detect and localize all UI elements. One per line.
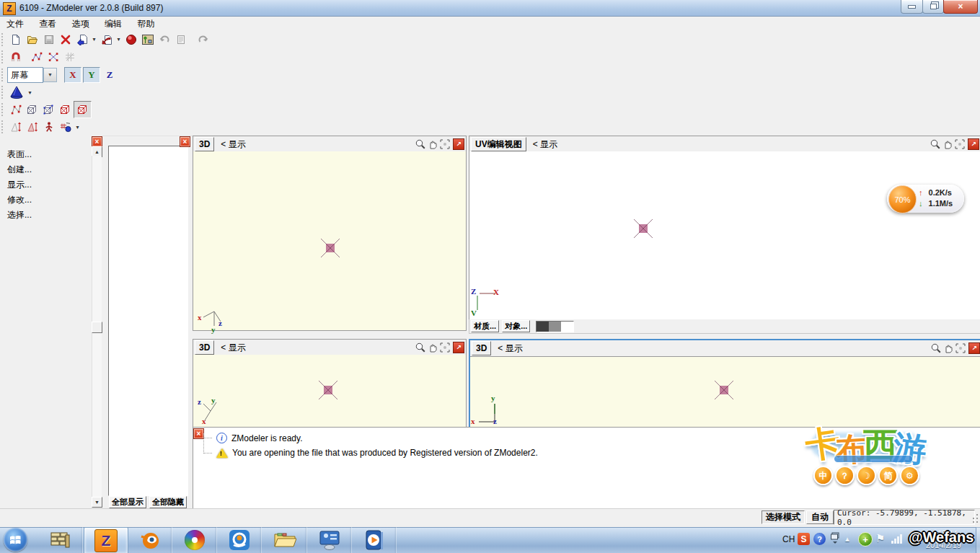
menu-options[interactable]: 选项 bbox=[66, 17, 96, 32]
new-file-button[interactable] bbox=[7, 32, 24, 48]
uv-object-marker[interactable] bbox=[632, 218, 654, 239]
render-button[interactable] bbox=[123, 32, 139, 48]
taskbar-item-control-panel[interactable] bbox=[308, 527, 352, 553]
tray-expand-button[interactable]: ▲ bbox=[844, 535, 851, 543]
taskbar-item-media-player[interactable] bbox=[353, 527, 397, 553]
import-dropdown[interactable]: ▾ bbox=[90, 32, 98, 48]
network-signal-icon[interactable] bbox=[891, 534, 904, 544]
snap-grid-button-disabled[interactable] bbox=[61, 49, 78, 65]
uv-zoom-icon[interactable] bbox=[930, 138, 941, 150]
vp1-mode-button[interactable]: 3D bbox=[195, 137, 214, 151]
antivirus-tray-icon[interactable]: + bbox=[858, 532, 873, 547]
history-button-disabled[interactable] bbox=[172, 32, 189, 48]
uv-mode-button[interactable]: UV编辑视图 bbox=[471, 137, 526, 151]
primitive-cone-button[interactable] bbox=[7, 84, 26, 100]
close-button[interactable]: × bbox=[943, 0, 978, 14]
vp3-zoom-icon[interactable] bbox=[415, 342, 426, 353]
modify-dropdown[interactable]: ▾ bbox=[74, 119, 81, 135]
tools-scroll-down[interactable]: ▼ bbox=[92, 497, 102, 508]
vp3-display-menu[interactable]: < 显示 bbox=[221, 342, 245, 354]
object-list[interactable] bbox=[108, 146, 188, 496]
open-file-button[interactable] bbox=[24, 32, 40, 48]
vp4-mode-button[interactable]: 3D bbox=[472, 341, 491, 355]
swatch-light[interactable] bbox=[561, 322, 573, 332]
vertices-level-button[interactable] bbox=[7, 102, 24, 118]
game-settings-button[interactable]: ⚙ bbox=[900, 466, 919, 485]
uv-material-button[interactable]: 材质... bbox=[471, 320, 499, 332]
texture-browser-button[interactable] bbox=[139, 32, 156, 48]
objects-level-button-active[interactable] bbox=[74, 101, 92, 118]
resize-grip[interactable] bbox=[972, 514, 979, 523]
export-button[interactable] bbox=[98, 32, 115, 48]
uv-object-button[interactable]: 对象... bbox=[502, 320, 530, 332]
uv-display-menu[interactable]: < 显示 bbox=[533, 138, 557, 151]
taskbar-item-zmodeler-active[interactable]: Z bbox=[84, 527, 128, 553]
vp1-object-marker[interactable] bbox=[319, 237, 341, 259]
menu-create[interactable]: 创建... bbox=[7, 162, 102, 177]
log-close-button[interactable]: × bbox=[193, 428, 204, 439]
menu-edit[interactable]: 编辑 bbox=[98, 17, 128, 32]
snap-edges-button[interactable] bbox=[45, 49, 61, 65]
help-tray-icon[interactable]: ? bbox=[813, 533, 826, 545]
game-night-button[interactable]: ☽ bbox=[857, 466, 876, 485]
magnet-snap-button[interactable] bbox=[7, 49, 24, 65]
sogou-tray-icon[interactable]: S bbox=[798, 533, 810, 545]
tray-language-indicator[interactable]: CH bbox=[782, 534, 795, 544]
vp3-object-marker[interactable] bbox=[317, 379, 339, 401]
faces-level-button[interactable] bbox=[40, 102, 57, 118]
restore-button[interactable] bbox=[922, 0, 944, 14]
delete-button[interactable] bbox=[57, 32, 74, 48]
vp3-maximize-button[interactable]: ↗ bbox=[453, 342, 464, 353]
menu-surface[interactable]: 表面... bbox=[7, 147, 102, 162]
vp4-pan-hand-icon[interactable] bbox=[943, 342, 954, 354]
vp3-pan-hand-icon[interactable] bbox=[427, 342, 438, 353]
tools-panel-close-button[interactable]: × bbox=[92, 136, 102, 147]
vp4-object-marker[interactable] bbox=[713, 379, 735, 401]
game-lang-button[interactable]: 中 bbox=[813, 466, 833, 485]
menu-help[interactable]: 帮助 bbox=[131, 17, 161, 32]
vp3-rotate-icon[interactable] bbox=[439, 342, 451, 353]
taskbar-item-explorer[interactable] bbox=[263, 527, 307, 553]
space-combo[interactable]: 屏幕 bbox=[7, 67, 43, 83]
tools-scroll-thumb[interactable] bbox=[92, 322, 102, 333]
vp4-rotate-icon[interactable] bbox=[955, 342, 966, 354]
axis-x-toggle[interactable]: X bbox=[64, 67, 81, 83]
vp4-display-menu[interactable]: < 显示 bbox=[498, 342, 522, 355]
vp1-display-menu[interactable]: < 显示 bbox=[221, 138, 245, 151]
menu-display[interactable]: 显示... bbox=[7, 177, 102, 193]
undo-button-disabled[interactable] bbox=[156, 32, 172, 48]
net-percent-ball[interactable]: 70% bbox=[888, 185, 917, 213]
show-all-button[interactable]: 全部显示 bbox=[109, 496, 146, 508]
vp1-pan-hand-icon[interactable] bbox=[427, 138, 438, 150]
edges-level-button[interactable] bbox=[24, 102, 40, 118]
snap-vertices-button[interactable] bbox=[28, 49, 45, 65]
game-help-button[interactable]: ？ bbox=[835, 466, 855, 485]
uv-rotate-icon[interactable] bbox=[954, 138, 966, 150]
bones-button[interactable] bbox=[40, 119, 57, 135]
space-combo-dropdown[interactable]: ▼ bbox=[43, 68, 57, 82]
vp1-rotate-icon[interactable] bbox=[439, 138, 451, 150]
show-desktop-button[interactable] bbox=[976, 527, 980, 553]
taskbar-item-pps[interactable] bbox=[218, 527, 262, 553]
hide-all-button[interactable]: 全部隐藏 bbox=[149, 496, 187, 508]
start-button[interactable] bbox=[4, 528, 27, 552]
redo-button-disabled[interactable] bbox=[195, 32, 211, 48]
vp4-zoom-icon[interactable] bbox=[930, 342, 942, 354]
export-dropdown[interactable]: ▾ bbox=[115, 32, 123, 48]
menu-view[interactable]: 查看 bbox=[32, 17, 63, 32]
push-pull-button[interactable] bbox=[7, 119, 24, 135]
toolbar-grip[interactable] bbox=[1, 50, 5, 63]
toolbar-grip[interactable] bbox=[1, 33, 5, 46]
axis-z-toggle[interactable]: Z bbox=[102, 68, 118, 82]
minimize-button[interactable] bbox=[901, 0, 923, 14]
game-simplified-button[interactable]: 简 bbox=[878, 466, 898, 485]
toolbar-grip[interactable] bbox=[1, 86, 5, 99]
window-switch-tray-icon[interactable] bbox=[831, 532, 839, 544]
swatch-dark[interactable] bbox=[537, 322, 549, 332]
uv-maximize-button[interactable]: ↗ bbox=[968, 138, 979, 150]
toolbar-grip[interactable] bbox=[1, 120, 5, 133]
menu-modify[interactable]: 修改... bbox=[7, 193, 102, 208]
action-center-flag-icon[interactable]: ⚑ bbox=[875, 532, 885, 545]
object-list-close-button[interactable]: × bbox=[180, 136, 190, 147]
taskbar-item-blender[interactable] bbox=[128, 527, 172, 553]
